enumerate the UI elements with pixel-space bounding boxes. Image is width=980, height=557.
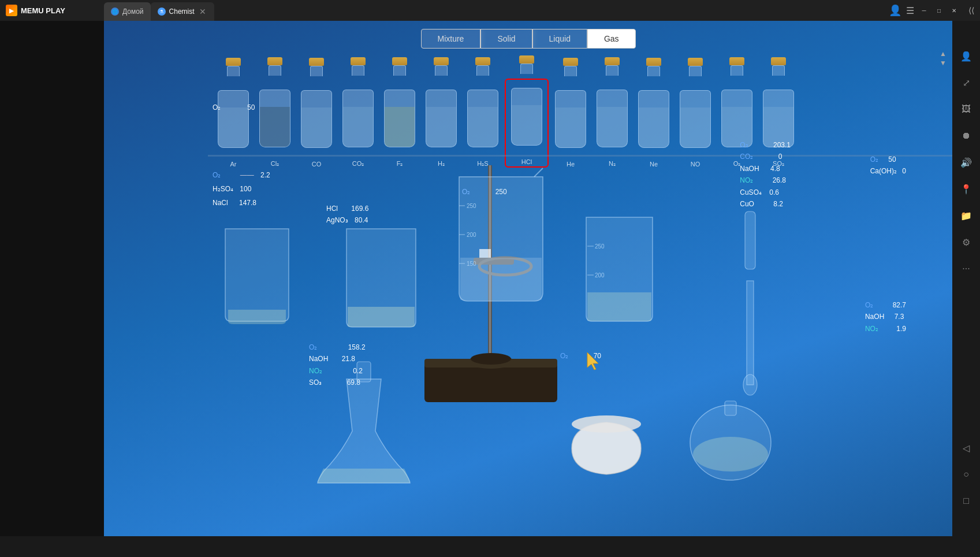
tab-gas[interactable]: Gas: [587, 29, 636, 49]
rp2-o2-val: 50: [888, 155, 896, 164]
rp1-cuo-row: CuO 8.2: [740, 198, 791, 210]
rp1-cuo-val: 8.2: [773, 200, 783, 208]
right-panel-3: O₂ 82.7 NaOH 7.3 NO₂ 1.9: [865, 299, 906, 335]
rp1-o2-label: O₂: [740, 141, 748, 149]
svg-rect-2: [424, 362, 557, 402]
svg-point-5: [471, 353, 511, 365]
location-sidebar-icon[interactable]: 📍: [957, 180, 975, 198]
folder-sidebar-icon[interactable]: 📁: [957, 207, 975, 224]
rp1-naoh-label: NaOH: [740, 165, 759, 173]
tab-favicon-домой: 🌐: [111, 8, 119, 16]
o2-info-val: 2.2: [260, 171, 270, 179]
scroll-arrows[interactable]: ▲ ▼: [940, 50, 947, 67]
svg-marker-25: [587, 352, 598, 370]
bottle-hcl[interactable]: HCl: [505, 79, 549, 168]
tab-chemist[interactable]: ⚗ Chemist ✕: [151, 2, 214, 21]
maximize-button[interactable]: □: [934, 5, 944, 16]
h2so4-info-val: 100: [240, 185, 251, 193]
bli-o2-row: O₂ 158.2: [309, 341, 366, 353]
bli-extra-val: 0.2: [353, 367, 363, 375]
tab-домой[interactable]: 🌐 Домой: [104, 2, 151, 21]
taskbar: [0, 536, 980, 557]
bli-so3-val: 69.8: [347, 378, 360, 387]
image-sidebar-icon[interactable]: 🖼: [957, 101, 975, 118]
minimize-button[interactable]: ─: [919, 5, 929, 16]
rp1-co2-label: CO₂: [740, 153, 753, 161]
bli-extra-row: NO₂ 0.2: [309, 365, 366, 377]
home-sidebar-icon[interactable]: ○: [957, 466, 975, 483]
speaker-sidebar-icon[interactable]: 🔊: [957, 154, 975, 171]
rp2-caoh2-val: 0: [902, 167, 906, 175]
bottle-label-he: He: [567, 161, 575, 168]
bottle-label-ne: Ne: [650, 161, 658, 168]
svg-point-24: [572, 415, 641, 433]
rp1-o2-val: 203.1: [773, 141, 791, 149]
bottles-shelf: Ar Cl₂ CO: [208, 79, 952, 168]
bli-naoh-row: NaOH 21.8: [309, 353, 366, 365]
right-sidebar: 👤 ⤢ 🖼 ⏺ 🔊 📍 📁 ⚙ ··· ◁ ○ □: [952, 42, 980, 515]
o2-dash: ——: [240, 171, 254, 179]
beaker-o2: O₂: [462, 188, 470, 196]
hcl-label: HCl: [326, 205, 338, 213]
bottle-label-no: NO: [691, 161, 700, 168]
bottle-label-h2s: H₂S: [477, 160, 488, 168]
rp3-no2-row: NO₂ 1.9: [865, 323, 906, 335]
right-panel-2: O₂ 50 Ca(OH)₂ 0: [870, 154, 906, 177]
beaker-amount: 250: [495, 188, 507, 196]
more-sidebar-icon[interactable]: ···: [957, 260, 975, 277]
rp1-no2-row: NO₂ 26.8: [740, 174, 791, 186]
scroll-down-arrow[interactable]: ▼: [940, 59, 947, 67]
svg-point-21: [690, 405, 771, 480]
rp1-co2-row: CO₂ 0: [740, 151, 791, 162]
nacl-info-val: 147.8: [239, 199, 256, 207]
right-panel-1: O₂ 203.1 CO₂ 0 NaOH 4.8 NO₂ 26.8 CuSO₄ 0…: [740, 139, 791, 210]
tab-close-chemist[interactable]: ✕: [198, 7, 207, 16]
back-sidebar-icon[interactable]: ◁: [957, 439, 975, 456]
rp1-naoh-val: 4.8: [770, 165, 780, 173]
svg-text:150: 150: [467, 261, 476, 267]
bottle-label-cl2: Cl₂: [271, 160, 279, 168]
agno3-val: 80.4: [355, 216, 368, 224]
bottle-label-f2: F₂: [397, 160, 403, 168]
middle-o2-label: O₂: [560, 352, 568, 360]
rp1-cuso4-label: CuSO₄: [740, 188, 762, 196]
bli-so3-row: SO₃ 69.8: [309, 377, 366, 388]
bottle-label-hcl: HCl: [521, 158, 532, 165]
tab-label-chemist: Chemist: [169, 8, 195, 16]
bottle-label-ar: Ar: [230, 161, 237, 168]
scroll-up-arrow[interactable]: ▲: [940, 50, 947, 58]
rp3-naoh-val: 7.3: [895, 313, 904, 321]
rp1-o2-row: O₂ 203.1: [740, 139, 791, 151]
expand-sidebar-icon[interactable]: ⤢: [957, 74, 975, 91]
chevron-left-icon[interactable]: ⟨⟨: [968, 6, 974, 15]
svg-rect-19: [747, 281, 754, 385]
settings-sidebar-icon[interactable]: ⚙: [957, 233, 975, 251]
rp1-co2-val: 0: [778, 153, 782, 161]
profile-icon[interactable]: 👤: [889, 4, 901, 17]
rp3-no2-label: NO₂: [865, 325, 878, 333]
bottle-label-h2: H₂: [438, 160, 445, 168]
nacl-info-label: NaCl: [213, 199, 228, 207]
square-sidebar-icon[interactable]: □: [957, 492, 975, 510]
tab-liquid[interactable]: Liquid: [532, 29, 587, 49]
rp3-naoh-row: NaOH 7.3: [865, 311, 906, 322]
title-bar: ▶ MEMU PLAY 🌐 Домой ⚗ Chemist ✕ 👤 ☰ ─ □ …: [0, 0, 980, 21]
bottle-label-n2: N₂: [609, 160, 616, 168]
bottom-left-info: O₂ 158.2 NaOH 21.8 NO₂ 0.2 SO₃ 69.8: [309, 341, 366, 389]
tab-favicon-chemist: ⚗: [158, 8, 166, 16]
rp2-caoh2-row: Ca(OH)₂ 0: [870, 165, 906, 177]
bli-o2-val: 158.2: [348, 343, 366, 351]
svg-point-4: [468, 355, 514, 369]
tab-solid[interactable]: Solid: [480, 29, 532, 49]
nav-tabs: Mixture Solid Liquid Gas: [420, 29, 635, 49]
rp1-naoh-row: NaOH 4.8: [740, 163, 791, 174]
rp3-o2-label: O₂: [865, 301, 873, 309]
left-beaker-group: [225, 229, 289, 324]
agno3-row: AgNO₃ 80.4: [326, 214, 368, 226]
profile-sidebar-icon[interactable]: 👤: [957, 47, 975, 65]
record-sidebar-icon[interactable]: ⏺: [957, 127, 975, 144]
svg-rect-17: [745, 211, 755, 269]
close-button[interactable]: ✕: [949, 5, 959, 16]
tab-mixture[interactable]: Mixture: [420, 29, 480, 49]
menu-icon[interactable]: ☰: [906, 5, 914, 16]
